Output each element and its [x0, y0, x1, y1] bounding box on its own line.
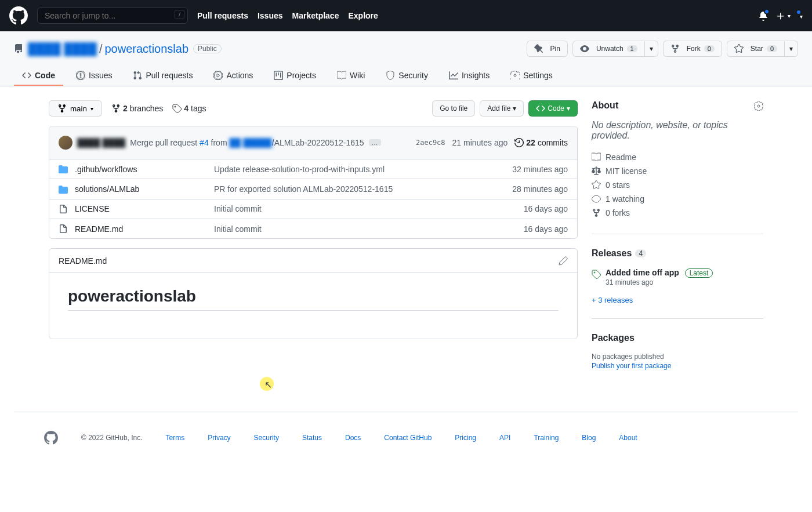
star-count: 0	[767, 45, 777, 52]
repo-owner-link[interactable]: ████ ████	[28, 42, 97, 56]
footer-api[interactable]: API	[499, 434, 510, 442]
search-input[interactable]	[37, 8, 188, 24]
footer-privacy[interactable]: Privacy	[208, 434, 230, 442]
readme-edit-button[interactable]	[559, 256, 568, 266]
tab-issues[interactable]: Issues	[68, 66, 120, 86]
latest-release[interactable]: Added time off app Latest 31 minutes ago	[592, 268, 763, 286]
watching-link[interactable]: 1 watching	[592, 192, 763, 206]
tag-icon	[172, 104, 182, 113]
pin-label: Pin	[550, 45, 560, 53]
fork-count: 0	[704, 45, 715, 52]
project-icon	[274, 71, 283, 80]
file-commit-message[interactable]: Update release-solution-to-prod-with-inp…	[214, 165, 512, 174]
forks-link[interactable]: 0 forks	[592, 206, 763, 220]
latest-badge: Latest	[685, 268, 713, 278]
file-listing-box: ████ ████ Merge pull request #4 from ██ …	[49, 126, 578, 239]
user-menu[interactable]: ▾	[799, 11, 803, 20]
footer-security[interactable]: Security	[254, 434, 279, 442]
stars-link[interactable]: 0 stars	[592, 178, 763, 192]
shield-icon	[386, 71, 395, 80]
nav-explore[interactable]: Explore	[348, 11, 378, 20]
commit-sha[interactable]: 2aec9c8	[416, 139, 445, 147]
unwatch-dropdown[interactable]: ▾	[644, 41, 658, 57]
nav-marketplace[interactable]: Marketplace	[292, 11, 339, 20]
commits-link[interactable]: 22 commits	[514, 138, 568, 147]
code-icon	[536, 104, 545, 113]
tab-projects[interactable]: Projects	[266, 66, 324, 86]
tab-actions[interactable]: Actions	[205, 66, 261, 86]
repo-header: ████ ████ / poweractionslab Public Pin U…	[0, 31, 812, 86]
header-nav: Pull requests Issues Marketplace Explore	[197, 11, 378, 20]
file-commit-time: 28 minutes ago	[512, 184, 568, 194]
file-name-link[interactable]: README.md	[75, 224, 123, 234]
commit-message[interactable]: Merge pull request #4 from ██ █████/ALML…	[130, 138, 364, 147]
footer-training[interactable]: Training	[534, 434, 559, 442]
file-name-link[interactable]: solutions/ALMLab	[75, 184, 139, 194]
releases-heading[interactable]: Releases	[592, 248, 632, 259]
footer-status[interactable]: Status	[302, 434, 322, 442]
notifications-icon[interactable]	[759, 10, 768, 20]
readme-heading: poweractionslab	[68, 287, 559, 311]
star-icon	[592, 180, 601, 190]
law-icon	[592, 166, 601, 176]
file-commit-time: 16 days ago	[524, 204, 568, 213]
code-download-button[interactable]: Code ▾	[528, 100, 578, 117]
add-file-button[interactable]: Add file ▾	[480, 100, 524, 117]
commit-author-avatar[interactable]	[59, 136, 72, 150]
footer-blog[interactable]: Blog	[582, 434, 596, 442]
star-dropdown[interactable]: ▾	[784, 41, 798, 57]
star-label: Star	[751, 45, 763, 53]
readme-header: README.md	[49, 249, 577, 273]
file-commit-message[interactable]: Initial commit	[214, 224, 524, 234]
readme-link[interactable]: Readme	[592, 150, 763, 164]
more-releases-link[interactable]: + 3 releases	[592, 296, 763, 304]
packages-heading[interactable]: Packages	[592, 333, 635, 343]
file-commit-message[interactable]: Initial commit	[214, 204, 524, 213]
pin-button[interactable]: Pin	[527, 41, 568, 57]
global-header: / Pull requests Issues Marketplace Explo…	[0, 0, 812, 31]
repo-name-link[interactable]: poweractionslab	[104, 42, 188, 56]
go-to-file-button[interactable]: Go to file	[432, 100, 475, 117]
footer-docs[interactable]: Docs	[345, 434, 361, 442]
nav-issues[interactable]: Issues	[258, 11, 283, 20]
commit-time: 21 minutes ago	[452, 138, 508, 147]
about-section: About No description, website, or topics…	[592, 100, 763, 234]
tab-insights[interactable]: Insights	[441, 66, 498, 86]
license-link[interactable]: MIT license	[592, 164, 763, 178]
add-menu[interactable]: ▾	[776, 10, 791, 20]
star-button[interactable]: Star 0	[727, 41, 785, 57]
tab-code[interactable]: Code	[14, 66, 63, 86]
file-name-link[interactable]: .github/workflows	[75, 165, 137, 174]
tab-pull-requests[interactable]: Pull requests	[125, 66, 201, 86]
visibility-badge: Public	[193, 44, 222, 53]
readme-filename[interactable]: README.md	[59, 256, 107, 266]
tags-link[interactable]: 4 tags	[172, 104, 206, 113]
footer-terms[interactable]: Terms	[166, 434, 185, 442]
notification-dot	[764, 9, 770, 14]
file-commit-time: 32 minutes ago	[512, 165, 568, 174]
footer-about[interactable]: About	[619, 434, 637, 442]
unwatch-button[interactable]: Unwatch 1	[572, 41, 645, 57]
tab-security[interactable]: Security	[378, 66, 436, 86]
readme-box: README.md poweractionslab	[49, 248, 578, 339]
tab-wiki[interactable]: Wiki	[329, 66, 373, 86]
github-logo[interactable]	[9, 6, 28, 25]
tab-settings[interactable]: Settings	[502, 66, 561, 86]
footer-contact[interactable]: Contact GitHub	[384, 434, 432, 442]
commit-message-expand[interactable]: …	[369, 139, 381, 146]
branch-select-button[interactable]: main ▾	[49, 100, 102, 117]
file-name-link[interactable]: LICENSE	[75, 204, 110, 213]
publish-package-link[interactable]: Publish your first package	[592, 362, 763, 370]
footer-pricing[interactable]: Pricing	[455, 434, 476, 442]
nav-pull-requests[interactable]: Pull requests	[197, 11, 248, 20]
file-commit-message[interactable]: PR for exported solution ALMLab-20220512…	[214, 184, 512, 194]
footer-github-logo[interactable]	[44, 431, 58, 445]
pencil-icon	[559, 256, 568, 266]
search-container: /	[37, 8, 188, 24]
pr-link[interactable]: #4	[200, 138, 209, 147]
about-edit-button[interactable]	[754, 100, 763, 110]
commit-author[interactable]: ████ ████	[77, 138, 125, 147]
branches-link[interactable]: 2 branches	[111, 104, 163, 113]
star-icon	[734, 44, 744, 53]
fork-button[interactable]: Fork 0	[663, 41, 722, 57]
